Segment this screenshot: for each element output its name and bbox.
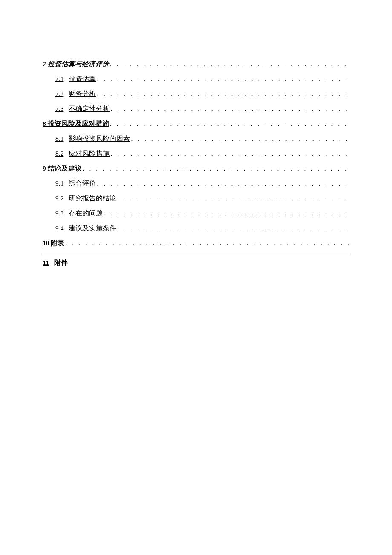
toc-heading[interactable]: 9 结论及建议 xyxy=(43,164,82,173)
toc-number[interactable]: 9.1 xyxy=(55,180,63,187)
toc-number[interactable]: 9.4 xyxy=(55,224,63,232)
toc-leader-dots: . . . . . . . . . . . . . . . . . . . . … xyxy=(131,135,349,142)
toc-leader-dots: . . . . . . . . . . . . . . . . . . . . … xyxy=(110,105,349,113)
toc-entry: 7.3不确定性分析. . . . . . . . . . . . . . . .… xyxy=(43,105,349,113)
toc-title[interactable]: 财务分析 xyxy=(69,90,96,99)
toc-number[interactable]: 7.1 xyxy=(55,75,63,83)
toc-number[interactable]: 7.2 xyxy=(55,90,63,98)
toc-entry: 9.1综合评价. . . . . . . . . . . . . . . . .… xyxy=(43,179,349,188)
toc-entry: 8 投资风险及应对措施. . . . . . . . . . . . . . .… xyxy=(43,119,349,128)
toc-title[interactable]: 影响投资风险的因素 xyxy=(69,134,130,143)
toc-heading[interactable]: 10 附表 xyxy=(43,239,64,248)
toc-entry: 8.1影响投资风险的因素. . . . . . . . . . . . . . … xyxy=(43,134,349,143)
toc-leader-dots: . . . . . . . . . . . . . . . . . . . . … xyxy=(117,195,349,202)
toc-title[interactable]: 投资估算 xyxy=(69,75,96,84)
toc-heading[interactable]: 8 投资风险及应对措施 xyxy=(43,119,109,128)
toc-entry: 9.3存在的问题. . . . . . . . . . . . . . . . … xyxy=(43,209,349,218)
section-divider xyxy=(43,254,349,254)
toc-title[interactable]: 综合评价 xyxy=(69,179,96,188)
toc-leader-dots: . . . . . . . . . . . . . . . . . . . . … xyxy=(110,120,349,128)
toc-leader-dots: . . . . . . . . . . . . . . . . . . . . … xyxy=(97,75,349,83)
toc-number[interactable]: 11 xyxy=(43,259,49,266)
toc-container: 7 投资估算与经济评价. . . . . . . . . . . . . . .… xyxy=(43,60,349,248)
toc-title[interactable]: 存在的问题 xyxy=(69,209,103,218)
toc-title: 附件 xyxy=(54,259,68,266)
toc-entry: 10 附表. . . . . . . . . . . . . . . . . .… xyxy=(43,239,349,248)
toc-title[interactable]: 建议及实施条件 xyxy=(69,224,116,233)
toc-leader-dots: . . . . . . . . . . . . . . . . . . . . … xyxy=(83,165,349,172)
toc-entry: 7.2财务分析. . . . . . . . . . . . . . . . .… xyxy=(43,90,349,99)
toc-number[interactable]: 9.3 xyxy=(55,209,63,217)
toc-entry: 8.2应对风险措施. . . . . . . . . . . . . . . .… xyxy=(43,149,349,158)
toc-entry: 9.2研究报告的结论. . . . . . . . . . . . . . . … xyxy=(43,194,349,203)
toc-leader-dots: . . . . . . . . . . . . . . . . . . . . … xyxy=(97,90,349,98)
toc-number[interactable]: 7.3 xyxy=(55,105,63,113)
toc-title[interactable]: 不确定性分析 xyxy=(69,105,110,113)
toc-heading[interactable]: 7 投资估算与经济评价 xyxy=(43,60,109,69)
toc-leader-dots: . . . . . . . . . . . . . . . . . . . . … xyxy=(110,60,349,68)
toc-leader-dots: . . . . . . . . . . . . . . . . . . . . … xyxy=(65,239,349,247)
toc-leader-dots: . . . . . . . . . . . . . . . . . . . . … xyxy=(104,209,349,217)
toc-number[interactable]: 9.2 xyxy=(55,195,63,202)
toc-title[interactable]: 应对风险措施 xyxy=(69,149,110,158)
toc-number[interactable]: 8.2 xyxy=(55,150,63,157)
toc-entry-final: 11附件 xyxy=(43,259,349,267)
toc-leader-dots: . . . . . . . . . . . . . . . . . . . . … xyxy=(110,150,349,157)
toc-leader-dots: . . . . . . . . . . . . . . . . . . . . … xyxy=(117,224,349,232)
toc-number[interactable]: 8.1 xyxy=(55,135,63,142)
toc-entry: 9 结论及建议. . . . . . . . . . . . . . . . .… xyxy=(43,164,349,173)
toc-title[interactable]: 研究报告的结论 xyxy=(69,194,116,203)
toc-entry: 7 投资估算与经济评价. . . . . . . . . . . . . . .… xyxy=(43,60,349,69)
toc-entry: 7.1投资估算. . . . . . . . . . . . . . . . .… xyxy=(43,75,349,84)
toc-entry: 9.4建议及实施条件. . . . . . . . . . . . . . . … xyxy=(43,224,349,233)
toc-leader-dots: . . . . . . . . . . . . . . . . . . . . … xyxy=(97,180,349,187)
